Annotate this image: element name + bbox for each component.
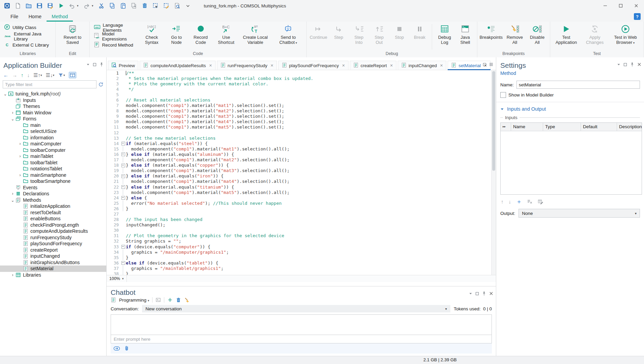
ribbon-tab-home[interactable]: Home bbox=[23, 13, 47, 22]
close-panel-icon[interactable] bbox=[637, 62, 641, 66]
debug-log-button[interactable]: Debug Log bbox=[434, 23, 455, 45]
ribbon-tab-file[interactable]: File bbox=[5, 13, 23, 22]
expander-icon[interactable]: › bbox=[10, 111, 15, 114]
open-file-icon[interactable] bbox=[24, 1, 33, 10]
add-input-button[interactable]: ＋ bbox=[516, 198, 522, 205]
move-up-button[interactable]: ↑ bbox=[501, 199, 504, 204]
remove-all-button[interactable]: Remove All bbox=[503, 23, 526, 45]
show-in-model-builder-checkbox[interactable] bbox=[500, 92, 506, 98]
move-down-button[interactable]: ↓ bbox=[27, 72, 30, 78]
tree-item-methods[interactable]: ⌄Methods bbox=[0, 197, 106, 203]
tree-item-tuning-fork-mph[interactable]: ⌄Atuning_fork.mph (root) bbox=[0, 91, 106, 97]
float-panel-icon[interactable] bbox=[93, 63, 96, 66]
tree-item-maincomputer[interactable]: ›mainComputer bbox=[0, 141, 106, 147]
tree-item-createreport[interactable]: createReport bbox=[0, 247, 106, 253]
collapse-all-button[interactable]: ☰↓▾ bbox=[46, 72, 54, 78]
cut-icon[interactable] bbox=[97, 1, 106, 10]
chatbot-mode-dropdown[interactable]: Programming ▾ bbox=[119, 298, 149, 303]
check-syntax-button[interactable]: [ABC]Check Syntax bbox=[138, 23, 165, 45]
tree-item-mainsmartphone[interactable]: ›mainSmartphone bbox=[0, 172, 106, 178]
tree-item-runfrequencystudy[interactable]: runFrequencyStudy bbox=[0, 234, 106, 241]
tree-item-events[interactable]: Events bbox=[0, 185, 106, 191]
language-elements-button[interactable]: ABCLanguage Elements bbox=[92, 24, 138, 31]
column-header-default[interactable]: Default bbox=[581, 123, 617, 131]
editor-tab-computeandupdateresults[interactable]: computeAndUpdateResults✕ bbox=[140, 61, 216, 70]
model-expressions-button[interactable]: a=Model Expressions bbox=[92, 32, 138, 40]
utility-class-button[interactable]: Utility Class bbox=[2, 24, 53, 31]
tree-item-selectuisize[interactable]: selectUISize bbox=[0, 128, 106, 135]
prompt-input[interactable] bbox=[111, 337, 492, 342]
edit-region-icon[interactable] bbox=[162, 1, 171, 10]
tree-item-forms[interactable]: ⌄Forms bbox=[0, 116, 106, 122]
conversation-select[interactable]: New conversation ▾ bbox=[142, 305, 450, 312]
redo-icon[interactable] bbox=[82, 1, 91, 10]
undo-dropdown-icon[interactable]: ▾ bbox=[77, 4, 80, 7]
tree-item-inputs[interactable]: Inputs bbox=[0, 97, 106, 104]
fold-toggle-icon[interactable] bbox=[120, 195, 126, 200]
run-application-icon[interactable] bbox=[57, 1, 65, 10]
expander-icon[interactable]: › bbox=[18, 173, 23, 177]
go-to-node-button[interactable]: Go to Node bbox=[165, 23, 188, 45]
attach-file-icon[interactable] bbox=[124, 345, 130, 352]
undo-icon[interactable] bbox=[67, 1, 76, 10]
revert-to-saved-button[interactable]: Revert to Saved bbox=[57, 23, 87, 45]
tree-item-enablebuttons[interactable]: enableButtons bbox=[0, 216, 106, 222]
pin-panel-icon[interactable] bbox=[482, 291, 486, 296]
tree-item-setmaterial[interactable]: setMaterial bbox=[0, 265, 106, 272]
editor-zoom-control[interactable]: 100% ▾ bbox=[107, 275, 127, 282]
tree-item-toolbarsmartphone[interactable]: toolbarSmartphone bbox=[0, 178, 106, 185]
column-header-type[interactable]: Type bbox=[543, 123, 581, 131]
edit-table-icon[interactable] bbox=[538, 199, 543, 204]
tree-item-main-window[interactable]: ›Main Window bbox=[0, 110, 106, 116]
test-in-web-browser-button[interactable]: Test in Web Browser ▾ bbox=[609, 23, 642, 46]
column-header-name[interactable]: Name bbox=[511, 123, 543, 131]
tree-item-declarations[interactable]: ›Declarations bbox=[0, 191, 106, 197]
refresh-icon[interactable] bbox=[98, 82, 104, 87]
paste-icon[interactable] bbox=[119, 1, 128, 10]
tree-item-checkfindpronglength[interactable]: checkFindProngLength bbox=[0, 222, 106, 228]
console-icon[interactable] bbox=[156, 297, 161, 303]
breakpoints-button[interactable]: Breakpoints bbox=[479, 23, 503, 40]
external-c-library-button[interactable]: CExternal C Library bbox=[2, 41, 53, 49]
ribbon-tab-method[interactable]: Method bbox=[47, 13, 73, 22]
close-tab-icon[interactable]: ✕ bbox=[270, 63, 273, 68]
external-java-library-button[interactable]: JavaExternal Java Library bbox=[2, 32, 53, 40]
editor-tab-preview[interactable]: Preview bbox=[108, 61, 138, 70]
panel-menu-icon[interactable] bbox=[617, 63, 620, 66]
java-shell-button[interactable]: Java Shell bbox=[455, 23, 475, 45]
delete-icon[interactable] bbox=[140, 1, 149, 10]
expander-icon[interactable]: ⌄ bbox=[3, 92, 8, 96]
editor-tab-createreport[interactable]: createReport✕ bbox=[350, 61, 396, 70]
fold-toggle-icon[interactable] bbox=[120, 163, 126, 168]
expander-icon[interactable]: › bbox=[10, 192, 15, 195]
preview-code-icon[interactable] bbox=[173, 1, 181, 10]
send-to-chatbot-button[interactable]: Send to Chatbot ▾ bbox=[272, 23, 305, 46]
expand-all-button[interactable]: ☰↑▾ bbox=[33, 72, 42, 78]
duplicate-icon[interactable] bbox=[130, 1, 138, 10]
fold-toggle-icon[interactable] bbox=[120, 244, 126, 249]
fold-toggle-icon[interactable] bbox=[120, 260, 126, 265]
float-panel-icon[interactable] bbox=[623, 63, 627, 66]
clear-conversation-icon[interactable] bbox=[184, 297, 190, 303]
close-tab-icon[interactable]: ✕ bbox=[342, 63, 345, 68]
panel-menu-icon[interactable] bbox=[86, 63, 90, 66]
inputs-and-output-section-header[interactable]: Inputs and Output bbox=[500, 106, 640, 112]
close-tab-icon[interactable]: ✕ bbox=[440, 63, 443, 68]
redo-dropdown-icon[interactable]: ▾ bbox=[92, 4, 95, 7]
fold-toggle-icon[interactable] bbox=[120, 173, 126, 179]
editor-tab-inputchanged[interactable]: inputChanged✕ bbox=[398, 61, 446, 70]
filter-button[interactable]: ▾ bbox=[58, 73, 65, 78]
close-tab-icon[interactable]: ✕ bbox=[390, 63, 393, 68]
forward-button[interactable]: → bbox=[12, 72, 17, 78]
fold-toggle-icon[interactable] bbox=[120, 141, 126, 146]
test-application-button[interactable]: Test Application bbox=[552, 23, 581, 45]
panel-menu-icon[interactable] bbox=[469, 292, 472, 295]
fold-toggle-icon[interactable] bbox=[120, 151, 126, 157]
save-as-icon[interactable] bbox=[46, 1, 55, 10]
toolbar-overflow-icon[interactable] bbox=[184, 1, 192, 10]
tab-list-icon[interactable] bbox=[489, 62, 493, 66]
pin-panel-icon[interactable] bbox=[100, 62, 104, 67]
tree-item-toolbartablet[interactable]: toolbarTablet bbox=[0, 160, 106, 166]
filter-input[interactable] bbox=[3, 80, 96, 88]
method-name-input[interactable] bbox=[516, 81, 640, 89]
